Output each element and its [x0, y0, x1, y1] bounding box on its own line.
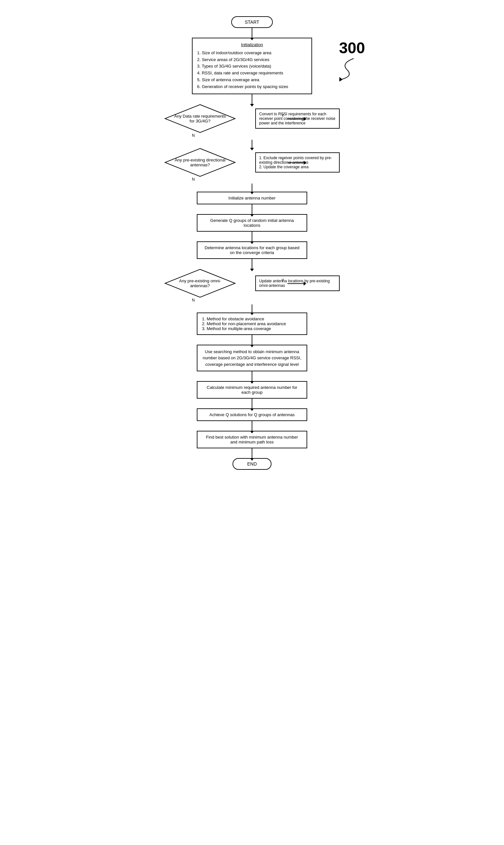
diamond3: Any pre-existing omni- antennas?	[164, 269, 236, 298]
diamond2: Any pre-existing directional antennas?	[164, 148, 236, 177]
arrow-best-to-end	[252, 448, 252, 458]
init-box: Initialization 1. Size of indoor/outdoor…	[192, 38, 312, 94]
arrow-methods-to-search	[252, 335, 252, 345]
init-item-2: 2. Service areas of 2G/3G/4G services	[197, 56, 307, 63]
init-item-1: 1. Size of indoor/outdoor coverage area	[197, 50, 307, 56]
best-box: Find best solution with minimum antenna …	[197, 431, 307, 448]
arrow-gen-to-det	[252, 232, 252, 241]
arrow-search-to-calc	[252, 371, 252, 381]
search-box: Use searching method to obtain minimum a…	[197, 345, 307, 372]
diamond3-text: Any pre-existing omni- antennas?	[164, 278, 236, 288]
diamond3-y-label: Y	[282, 278, 284, 283]
init-item-3: 3. Types of 3G/4G services (voice/data)	[197, 63, 307, 70]
arrow-start-to-init	[252, 28, 252, 38]
figure-number: 300	[339, 39, 365, 57]
gen-groups-box: Generate Q groups of random initial ante…	[197, 214, 307, 232]
s-curve-arrow	[334, 57, 360, 83]
init-item-6: 6. Generation of receiver points by spac…	[197, 84, 307, 90]
arrow-d1-to-d2	[252, 140, 252, 148]
svg-marker-0	[339, 77, 343, 82]
diamond2-n-label: N	[192, 177, 195, 181]
arrow-init-to-d1	[252, 94, 252, 104]
arrow-calc-to-achieve	[252, 399, 252, 408]
arrow-d3-to-methods	[252, 304, 252, 313]
init-item-4: 4. RSSI, data rate and coverage requirem…	[197, 70, 307, 77]
calc-min-box: Calculate minimum required antenna numbe…	[197, 381, 307, 399]
arrow-achieve-to-best	[252, 421, 252, 431]
diamond3-n-label: N	[192, 298, 195, 302]
diamond1-text: Any Data rate requirements for 3G/4G?	[164, 114, 236, 123]
determine-box: Determine antenna locations for each gro…	[197, 241, 307, 259]
start-node: START	[231, 16, 273, 28]
methods-box: 1. Method for obstacle avoidance 2. Meth…	[197, 313, 307, 335]
init-item-5: 5. Size of antenna coverage area	[197, 77, 307, 84]
diamond1: Any Data rate requirements for 3G/4G?	[164, 104, 236, 133]
diamond2-text: Any pre-existing directional antennas?	[164, 158, 236, 167]
arrow-det-to-d3	[252, 259, 252, 269]
arrow-init-ant-to-gen	[252, 204, 252, 214]
init-title: Initialization	[197, 41, 307, 48]
arrow-d2-to-init-ant	[252, 183, 252, 192]
diamond1-y-label: Y	[282, 113, 284, 118]
diamond2-y-label: Y	[282, 157, 284, 162]
flowchart-page: 300 START Initialization 1. Size of indo…	[126, 6, 378, 483]
diamond1-n-label: N	[192, 133, 195, 138]
